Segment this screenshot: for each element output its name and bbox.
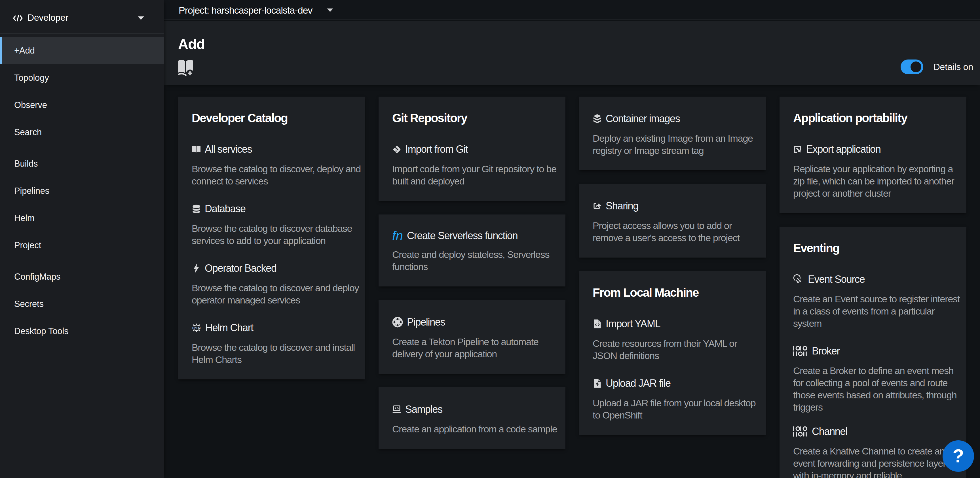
svg-text:HELM: HELM: [192, 326, 200, 330]
